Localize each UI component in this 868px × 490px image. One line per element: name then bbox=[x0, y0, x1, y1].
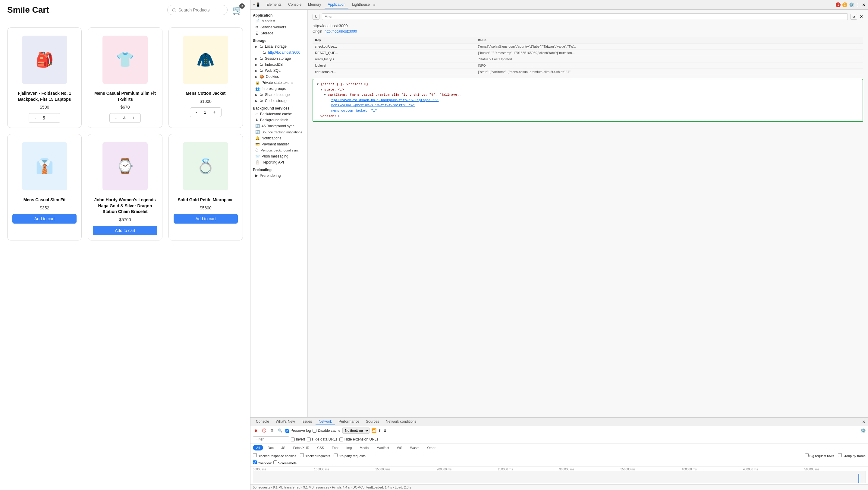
qty-minus-btn[interactable]: - bbox=[113, 115, 119, 121]
tab-elements[interactable]: Elements bbox=[264, 1, 284, 8]
filter-pill-js[interactable]: JS bbox=[278, 445, 289, 451]
bottom-tab-issues[interactable]: Issues bbox=[299, 419, 315, 425]
blocked-requests-checkbox[interactable] bbox=[300, 453, 304, 457]
bottom-tab-performance[interactable]: Performance bbox=[336, 419, 362, 425]
qty-plus-btn[interactable]: + bbox=[211, 109, 217, 116]
search-input[interactable] bbox=[179, 7, 223, 12]
add-to-cart-button[interactable]: Add to cart bbox=[93, 226, 157, 235]
record-button[interactable]: ⏺ bbox=[253, 428, 259, 433]
filter-pill-css[interactable]: CSS bbox=[314, 445, 327, 451]
sidebar-local-storage[interactable]: ▶ 🗂 Local storage bbox=[250, 44, 307, 50]
filter-pill-img[interactable]: Img bbox=[343, 445, 355, 451]
cart-wrapper[interactable]: 3 🛒 bbox=[232, 5, 243, 15]
network-settings-icon[interactable]: ⚙️ bbox=[861, 428, 866, 433]
filter-pill-other[interactable]: Other bbox=[424, 445, 439, 451]
filter-pill-all[interactable]: All bbox=[253, 445, 263, 451]
sidebar-push-messaging[interactable]: 📨 Push messaging bbox=[250, 153, 307, 159]
sidebar-reporting-api[interactable]: 📋 Reporting API bbox=[250, 159, 307, 165]
close-panel-button[interactable]: ✕ bbox=[860, 14, 863, 19]
sidebar-prerendering[interactable]: ▶ Prerendering bbox=[250, 173, 307, 179]
json-mens-casual-link[interactable]: mens-casual-premium-slim-fit-t-shirts: "… bbox=[331, 104, 415, 107]
sidebar-periodic-bg-sync[interactable]: ⏱ Periodic background sync bbox=[250, 147, 307, 153]
more-options-icon[interactable]: ⋮ bbox=[856, 2, 860, 7]
invert-checkbox[interactable] bbox=[291, 437, 295, 441]
export-icon[interactable]: ⬇ bbox=[383, 428, 387, 433]
tab-more-icon[interactable]: » bbox=[373, 2, 375, 7]
sidebar-notifications[interactable]: 🔔 Notifications bbox=[250, 135, 307, 141]
bottom-tab-console[interactable]: Console bbox=[253, 419, 272, 425]
table-row-3[interactable]: loglevel INFO bbox=[313, 62, 863, 69]
devtools-device-icon[interactable]: 📱 bbox=[255, 2, 260, 7]
sidebar-cookies[interactable]: ▶ 🍪 Cookies bbox=[250, 74, 307, 80]
close-devtools-icon[interactable]: ✕ bbox=[862, 2, 866, 7]
tab-console[interactable]: Console bbox=[285, 1, 304, 8]
sidebar-background-sync[interactable]: 🔄 45 Background sync bbox=[250, 123, 307, 129]
json-state-triangle[interactable]: ▼ bbox=[320, 88, 322, 91]
tab-memory[interactable]: Memory bbox=[305, 1, 324, 8]
blocked-response-checkbox[interactable] bbox=[253, 453, 257, 457]
sidebar-bounce-tracking[interactable]: 🔄 Bounce tracking mitigations bbox=[250, 129, 307, 135]
sidebar-interest-groups[interactable]: 👥 Interest groups bbox=[250, 86, 307, 92]
hide-extension-urls-checkbox[interactable] bbox=[339, 437, 343, 441]
table-row-0[interactable]: checkoutUse... {"email":"selin@iens.ocm"… bbox=[313, 44, 863, 50]
qty-minus-btn[interactable]: - bbox=[194, 109, 199, 116]
sidebar-indexed-db[interactable]: ▶ 🗂 IndexedDB bbox=[250, 62, 307, 67]
disable-cache-checkbox[interactable] bbox=[313, 429, 316, 433]
bottom-tab-whats-new[interactable]: What's New bbox=[273, 419, 298, 425]
filter-input[interactable] bbox=[322, 13, 848, 20]
bottom-tab-sources[interactable]: Sources bbox=[363, 419, 382, 425]
screenshots-checkbox[interactable] bbox=[273, 460, 277, 464]
filter-pill-doc[interactable]: Doc bbox=[264, 445, 277, 451]
sidebar-cache-storage[interactable]: ▶ 🗂 Cache storage bbox=[250, 98, 307, 104]
sidebar-private-state-tokens[interactable]: 🔒 Private state tokens bbox=[250, 80, 307, 86]
sidebar-session-storage[interactable]: ▶ 🗂 Session storage bbox=[250, 56, 307, 62]
overview-checkbox[interactable] bbox=[253, 460, 257, 464]
filter-pill-manifest[interactable]: Manifest bbox=[373, 445, 393, 451]
tab-application[interactable]: Application bbox=[324, 1, 348, 8]
sidebar-back-forward-cache[interactable]: ↩ Back/forward cache bbox=[250, 111, 307, 117]
bottom-close-button[interactable]: ✕ bbox=[862, 420, 866, 424]
filter-toggle-button[interactable]: ⊟ bbox=[270, 428, 275, 433]
sidebar-payment-handler[interactable]: 💳 Payment handler bbox=[250, 141, 307, 147]
tab-lighthouse[interactable]: Lighthouse bbox=[349, 1, 373, 8]
json-fjallraven-link[interactable]: fjallraven-foldsack-no-1-backpack-fits-1… bbox=[331, 98, 438, 102]
preserve-log-checkbox[interactable] bbox=[285, 429, 289, 433]
json-mens-cotton-link[interactable]: mens-cotton-jacket: "1" bbox=[331, 109, 377, 113]
filter-pill-ws[interactable]: WS bbox=[394, 445, 406, 451]
settings-icon[interactable]: ⚙️ bbox=[849, 2, 854, 7]
sidebar-background-fetch[interactable]: ⬇ Background fetch bbox=[250, 117, 307, 123]
network-filter-input[interactable] bbox=[253, 436, 289, 442]
sidebar-storage[interactable]: 🗄 Storage bbox=[250, 30, 307, 36]
sidebar-web-sql[interactable]: ▶ 🗂 Web SQL bbox=[250, 67, 307, 74]
filter-pill-fetch/xhr[interactable]: Fetch/XHR bbox=[290, 445, 313, 451]
sidebar-manifest[interactable]: 📄 Manifest bbox=[250, 18, 307, 24]
table-row-2[interactable]: reactQueryD... "Status > Last Updated" bbox=[313, 56, 863, 62]
filter-pill-media[interactable]: Media bbox=[356, 445, 372, 451]
table-row-1[interactable]: REACT_QUE... {"buster":"","timestamp":17… bbox=[313, 50, 863, 56]
big-request-rows-checkbox[interactable] bbox=[805, 453, 809, 457]
filter-pill-wasm[interactable]: Wasm bbox=[407, 445, 423, 451]
sidebar-service-workers[interactable]: ⚙ Service workers bbox=[250, 24, 307, 30]
throttle-select[interactable]: No throttling bbox=[342, 428, 370, 434]
filter-pill-font[interactable]: Font bbox=[329, 445, 342, 451]
json-cart-triangle[interactable]: ▼ bbox=[324, 93, 326, 96]
group-by-frame-checkbox[interactable] bbox=[838, 453, 842, 457]
table-row-4[interactable]: cart-items-st... {"state":{"cartItems":{… bbox=[313, 69, 863, 75]
clear-button[interactable]: 🚫 bbox=[261, 428, 268, 433]
refresh-button[interactable]: ↻ bbox=[313, 14, 319, 20]
search-network-button[interactable]: 🔍 bbox=[277, 428, 284, 433]
bottom-tab-network[interactable]: Network bbox=[315, 419, 335, 425]
qty-minus-btn[interactable]: - bbox=[33, 115, 38, 121]
search-box[interactable] bbox=[167, 5, 227, 15]
devtools-cursor-icon[interactable]: ⌖ bbox=[253, 2, 255, 7]
add-to-cart-button[interactable]: Add to cart bbox=[12, 214, 76, 224]
sidebar-shared-storage[interactable]: ▶ 🗂 Shared storage bbox=[250, 92, 307, 98]
clear-filter-button[interactable]: ⊘ bbox=[850, 14, 857, 20]
sidebar-localhost[interactable]: 🗂 http://localhost:3000 bbox=[250, 50, 307, 56]
hide-data-urls-checkbox[interactable] bbox=[307, 437, 311, 441]
json-root-triangle[interactable]: ▼ bbox=[317, 83, 318, 86]
add-to-cart-button[interactable]: Add to cart bbox=[174, 214, 238, 224]
third-party-checkbox[interactable] bbox=[334, 453, 338, 457]
qty-plus-btn[interactable]: + bbox=[130, 115, 137, 121]
import-icon[interactable]: ⬆ bbox=[378, 428, 381, 433]
